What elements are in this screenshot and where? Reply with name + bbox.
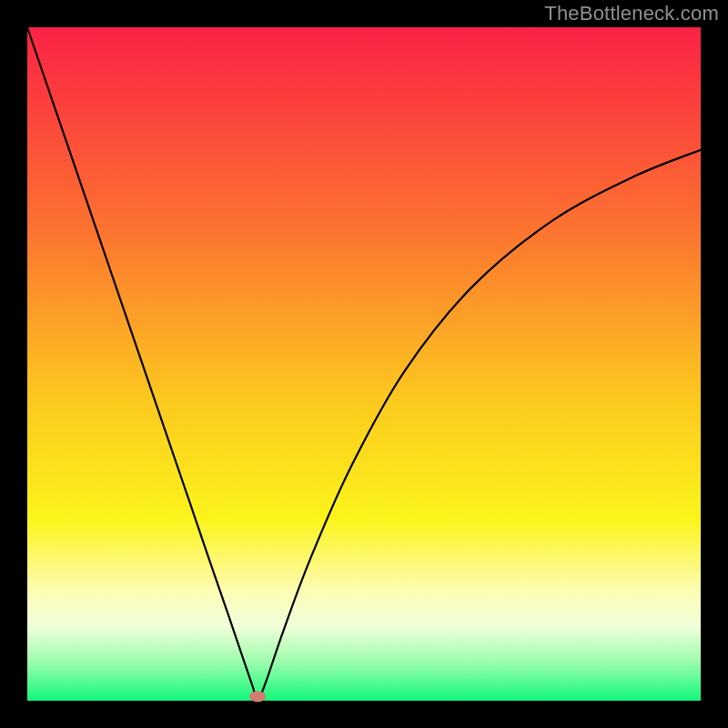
plot-background	[27, 27, 701, 701]
optimal-marker	[249, 692, 266, 703]
chart-frame: TheBottleneck.com	[0, 0, 728, 728]
bottleneck-chart	[0, 0, 728, 728]
watermark-text: TheBottleneck.com	[544, 2, 719, 25]
